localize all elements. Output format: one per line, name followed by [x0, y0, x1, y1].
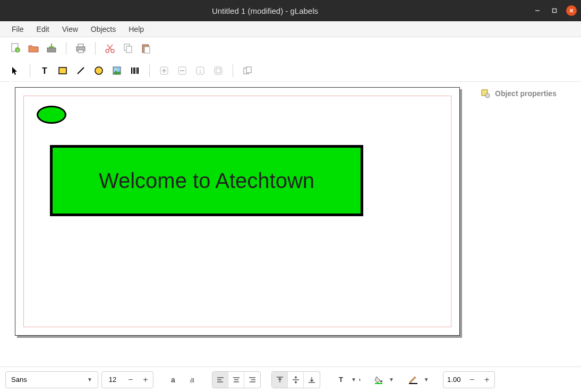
- zoom-fit-button[interactable]: [210, 63, 226, 79]
- separator: [149, 64, 150, 77]
- menu-help[interactable]: Help: [122, 23, 150, 36]
- align-right-button[interactable]: [244, 372, 260, 388]
- close-button[interactable]: [566, 5, 577, 16]
- svg-rect-38: [215, 67, 222, 74]
- svg-text:1: 1: [199, 69, 201, 74]
- box-text: Welcome to Atechtown: [99, 169, 314, 193]
- align-left-button[interactable]: [212, 372, 228, 388]
- chevron-down-icon: ▼: [87, 377, 92, 382]
- line-color-button[interactable]: [406, 372, 421, 388]
- titlebar: Untitled 1 (modified) - gLabels: [0, 0, 581, 21]
- svg-rect-16: [126, 46, 132, 53]
- box-tool[interactable]: [55, 63, 71, 79]
- valign-bottom-button[interactable]: [304, 372, 320, 388]
- zoom-in-button[interactable]: [156, 63, 172, 79]
- font-size-decrease[interactable]: −: [123, 372, 138, 388]
- line-width-decrease[interactable]: −: [465, 372, 480, 388]
- line-tool[interactable]: [73, 63, 89, 79]
- zoom-100-button[interactable]: 1: [192, 63, 208, 79]
- svg-rect-10: [78, 50, 83, 53]
- svg-text:T: T: [339, 376, 343, 384]
- menu-view[interactable]: View: [56, 23, 84, 36]
- separator: [30, 64, 30, 77]
- text-color-indicator: [360, 379, 360, 381]
- separator: [95, 42, 96, 55]
- open-button[interactable]: [25, 40, 41, 56]
- svg-line-21: [78, 67, 84, 74]
- italic-button[interactable]: a: [184, 372, 200, 388]
- line-width-increase[interactable]: +: [480, 372, 494, 388]
- svg-rect-41: [246, 67, 251, 73]
- fill-color-button[interactable]: [372, 372, 386, 388]
- font-size-input[interactable]: [102, 376, 123, 384]
- svg-rect-9: [78, 44, 83, 47]
- sidebar-properties-label: Object properties: [495, 89, 557, 98]
- svg-rect-61: [409, 383, 417, 384]
- ellipse-tool[interactable]: [91, 63, 107, 79]
- line-width-input[interactable]: [443, 376, 465, 384]
- bold-button[interactable]: a: [165, 372, 181, 388]
- window-title: Untitled 1 (modified) - gLabels: [4, 6, 526, 15]
- valign-middle-button[interactable]: [288, 372, 304, 388]
- svg-point-43: [485, 93, 490, 98]
- chevron-down-icon[interactable]: ▼: [424, 377, 429, 382]
- svg-rect-39: [216, 69, 220, 73]
- chevron-down-icon[interactable]: ▼: [389, 377, 394, 382]
- svg-rect-1: [553, 9, 557, 13]
- merge-button[interactable]: [240, 63, 255, 79]
- menubar: File Edit View Objects Help: [0, 21, 581, 37]
- toolbar-main: +: [0, 37, 581, 59]
- svg-rect-60: [375, 383, 382, 384]
- toolbar-tools: T 1: [0, 59, 581, 82]
- image-tool[interactable]: [109, 63, 125, 79]
- zoom-out-button[interactable]: [174, 63, 190, 79]
- align-center-button[interactable]: [228, 372, 244, 388]
- barcode-tool[interactable]: [127, 63, 143, 79]
- ellipse-object[interactable]: [37, 106, 66, 124]
- separator: [66, 42, 66, 55]
- separator: [233, 64, 233, 77]
- canvas-area[interactable]: Welcome to Atechtown: [0, 82, 475, 367]
- font-size-spinner[interactable]: − +: [101, 371, 153, 388]
- menu-edit[interactable]: Edit: [30, 23, 56, 36]
- svg-text:a: a: [190, 376, 194, 384]
- menu-objects[interactable]: Objects: [84, 23, 122, 36]
- svg-text:T: T: [42, 66, 47, 75]
- label-paper: Welcome to Atechtown: [15, 87, 460, 336]
- svg-rect-20: [59, 67, 66, 74]
- svg-text:+: +: [16, 48, 19, 53]
- new-button[interactable]: +: [7, 40, 23, 56]
- menu-file[interactable]: File: [5, 23, 30, 36]
- font-size-increase[interactable]: +: [138, 372, 153, 388]
- cut-button[interactable]: [102, 40, 118, 56]
- select-tool[interactable]: [7, 63, 23, 79]
- svg-text:a: a: [171, 376, 175, 384]
- svg-point-59: [380, 380, 382, 382]
- text-tool[interactable]: T: [37, 63, 53, 79]
- chevron-down-icon[interactable]: ▼: [351, 377, 356, 382]
- properties-icon: [480, 88, 491, 99]
- paste-button[interactable]: [138, 40, 154, 56]
- save-button[interactable]: [44, 40, 59, 56]
- workspace: Welcome to Atechtown Object properties: [0, 82, 581, 367]
- copy-button[interactable]: [120, 40, 136, 56]
- svg-rect-18: [144, 47, 150, 53]
- svg-point-22: [95, 67, 102, 74]
- maximize-button[interactable]: [549, 5, 560, 16]
- valign-top-button[interactable]: [272, 372, 288, 388]
- sidebar: Object properties: [475, 82, 581, 367]
- h-align-group: [212, 371, 261, 388]
- minimize-button[interactable]: [532, 5, 543, 16]
- font-family-select[interactable]: Sans ▼: [5, 371, 98, 388]
- box-object[interactable]: Welcome to Atechtown: [50, 145, 363, 216]
- print-button[interactable]: [73, 40, 89, 56]
- font-family-value: Sans: [11, 376, 27, 384]
- svg-point-24: [115, 69, 117, 71]
- format-bar: Sans ▼ − + a a T ▼ ▼ ▼ − +: [0, 367, 581, 392]
- v-align-group: [271, 371, 320, 388]
- text-color-button[interactable]: T: [334, 372, 348, 388]
- object-properties-toggle[interactable]: Object properties: [478, 86, 578, 101]
- line-width-spinner[interactable]: − +: [443, 371, 495, 388]
